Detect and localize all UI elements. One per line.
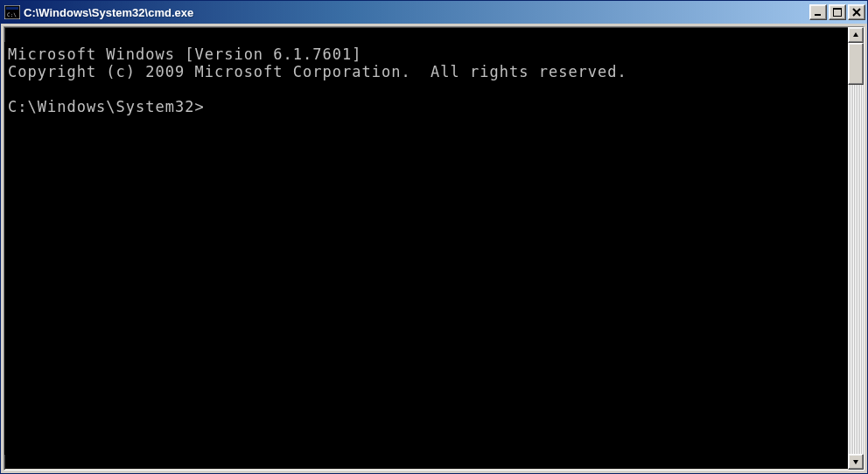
svg-rect-3 <box>815 14 821 16</box>
client-area: Microsoft Windows [Version 6.1.7601] Cop… <box>4 26 864 471</box>
system-menu-icon[interactable]: C:\ <box>4 5 20 19</box>
window-title: C:\Windows\System32\cmd.exe <box>24 6 809 19</box>
maximize-button[interactable] <box>829 4 846 20</box>
scrollbar-track[interactable] <box>848 43 864 454</box>
svg-marker-8 <box>853 32 858 37</box>
svg-rect-1 <box>6 7 18 10</box>
title-bar[interactable]: C:\ C:\Windows\System32\cmd.exe <box>1 1 867 24</box>
minimize-button[interactable] <box>809 4 827 20</box>
title-button-group <box>809 4 865 20</box>
scroll-up-button[interactable] <box>848 27 864 43</box>
svg-marker-9 <box>853 460 858 464</box>
scrollbar-thumb[interactable] <box>848 43 864 85</box>
close-button[interactable] <box>848 4 865 20</box>
scroll-down-button[interactable] <box>848 454 864 470</box>
svg-text:C:\: C:\ <box>7 11 17 17</box>
cmd-window: C:\ C:\Windows\System32\cmd.exe Microsof… <box>0 0 868 474</box>
vertical-scrollbar[interactable] <box>848 27 864 470</box>
console-output[interactable]: Microsoft Windows [Version 6.1.7601] Cop… <box>4 42 848 455</box>
svg-rect-5 <box>833 8 842 10</box>
